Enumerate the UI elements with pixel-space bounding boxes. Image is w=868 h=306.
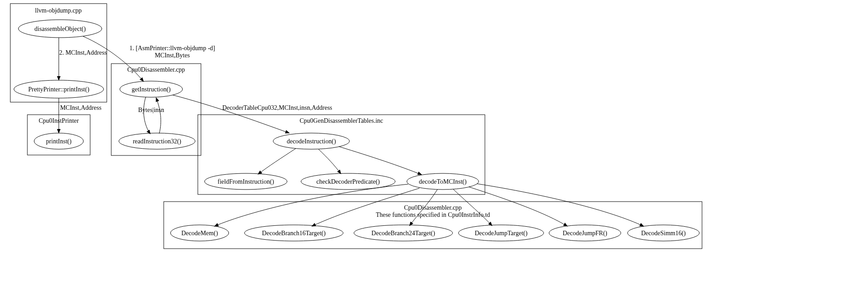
node-DecodeJumpTarget-label: DecodeJumpTarget(): [475, 230, 528, 237]
node-fieldFromInstruction-label: fieldFromInstruction(): [218, 178, 274, 185]
node-readInstruction32-label: readInstruction32(): [133, 138, 181, 145]
cluster-gentables-label: Cpu0GenDisassemblerTables.inc: [300, 117, 383, 124]
edge-tomcinst-to-simm16: [477, 184, 644, 226]
edge-tomcinst-to-jumpfr: [469, 187, 567, 226]
node-getInstruction-label: getInstruction(): [131, 86, 170, 93]
node-DecodeBranch24Target-label: DecodeBranch24Target(): [371, 230, 435, 237]
edge-disassemble-to-getinst: [83, 36, 144, 82]
node-checkDecoderPredicate-label: checkDecoderPredicate(): [316, 178, 380, 185]
node-decodeToMCInst-label: decodeToMCInst(): [419, 178, 467, 185]
cluster-disasm-label: Cpu0Disassembler.cpp: [127, 66, 185, 73]
node-disassembleObject-label: disassembleObject(): [35, 26, 86, 33]
edge-getinst-to-decodeinst: [173, 95, 289, 133]
node-printInst-label: printInst(): [46, 138, 72, 145]
call-graph-diagram: llvm-objdump.cpp Cpu0InstPrinter Cpu0Dis…: [0, 0, 868, 306]
edge-readinst-to-getinst: [156, 98, 161, 134]
node-DecodeBranch16Target-label: DecodeBranch16Target(): [262, 230, 326, 237]
edge-getinst-to-readinst: [144, 97, 150, 134]
node-DecodeJumpFR-label: DecodeJumpFR(): [563, 230, 607, 237]
cluster-objdump-label: llvm-objdump.cpp: [35, 7, 82, 14]
edge-decode-to-checkpred: [318, 149, 341, 174]
edge-label-1-l2: MCInst,Bytes: [155, 52, 190, 59]
cluster-decodefuncs-label1: Cpu0Disassembler.cpp: [404, 204, 462, 211]
node-prettyPrint-label: PrettyPrinter::printInst(): [28, 86, 89, 93]
edge-label-3: MCInst,Address: [60, 104, 101, 111]
node-DecodeMem-label: DecodeMem(): [181, 230, 218, 237]
edge-label-5: DecoderTableCpu032,MCInst,insn,Address: [222, 104, 332, 111]
cluster-decodefuncs-label2: These functions specified in Cpu0InstrIn…: [376, 211, 490, 218]
edge-decode-to-tomcinst: [339, 147, 422, 175]
edge-label-4: Bytes|insn: [138, 107, 164, 113]
edge-tomcinst-to-decodemem: [214, 184, 408, 226]
node-DecodeSimm16-label: DecodeSimm16(): [641, 230, 686, 237]
edge-label-2: 2. MCInst,Address: [59, 49, 107, 56]
node-decodeInstruction-label: decodeInstruction(): [287, 138, 336, 145]
edge-label-1-l1: 1. [AsmPrinter::llvm-objdump -d]: [130, 45, 215, 52]
edge-decode-to-field: [258, 148, 296, 174]
edge-tomcinst-to-branch16: [312, 188, 419, 226]
